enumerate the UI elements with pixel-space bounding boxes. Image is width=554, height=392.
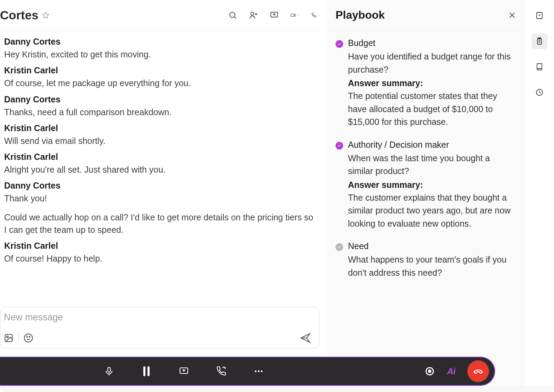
playbook-item-question: Have you identified a budget range for t… [348,50,514,76]
message-body: Thanks, need a full comparison breakdown… [4,106,313,118]
playbook-header: Playbook [327,0,525,30]
composer-placeholder: New message [4,312,311,323]
message-body: Will send via email shortly. [4,135,313,147]
hold-pause-icon[interactable] [141,366,152,376]
check-done-icon [336,142,343,149]
message: Danny Cortes Thanks, need a full compari… [4,94,313,118]
app-card: Cortes Dann [0,0,554,392]
transfer-call-icon[interactable] [216,366,226,376]
rail-book-icon[interactable] [531,59,547,75]
svg-line-2 [234,17,236,18]
ai-assist-icon[interactable]: Ai [446,366,456,376]
call-bar: Ai [0,357,495,386]
message-composer[interactable]: New message [0,307,319,348]
share-screen-icon[interactable] [179,366,189,376]
playbook-item-question: What happens to your team's goals if you… [348,253,514,279]
message-sender: Kristin Carlel [4,152,313,162]
message-sender: Danny Cortes [4,94,313,104]
playbook-answer-label: Answer summary: [348,180,514,190]
message-sender: Kristin Carlel [4,123,313,133]
close-icon[interactable] [508,11,516,19]
svg-point-3 [251,12,254,15]
rail-clipboard-icon[interactable] [531,33,547,49]
message: Kristin Carlel Of course, let me package… [4,65,313,89]
svg-point-12 [29,336,30,337]
divider [18,333,19,343]
svg-point-29 [261,371,262,372]
conversation-title: Cortes [0,8,38,22]
conversation-column: Cortes Dann [0,0,327,392]
message-sender: Danny Cortes [4,181,313,191]
playbook-item-question: When was the last time you bought a simi… [348,152,514,178]
check-pending-icon [336,243,343,251]
message-body: Could we actually hop on a call? I'd lik… [4,211,313,236]
playbook-item-heading: Authority / Decision maker [348,140,514,150]
message: Danny Cortes Hey Kristin, excited to get… [4,37,313,61]
svg-point-1 [230,12,235,17]
chevron-down-icon [297,13,300,17]
svg-point-10 [24,334,32,342]
message: Kristin Carlel Alright you're all set. J… [4,152,313,176]
playbook-item: Need What happens to your team's goals i… [336,241,514,281]
send-button[interactable] [300,332,311,344]
more-options-icon[interactable] [253,366,264,376]
svg-rect-7 [291,14,294,17]
message-sender: Kristin Carlel [4,241,313,251]
conversation-header: Cortes [0,0,327,30]
add-person-icon[interactable] [249,11,258,20]
playbook-answer-summary: The potential customer states that they … [348,90,514,129]
svg-point-11 [27,336,27,337]
audio-call-button[interactable] [311,11,320,20]
message-list: Danny Cortes Hey Kristin, excited to get… [0,30,327,265]
attach-image-icon[interactable] [4,333,14,343]
svg-point-28 [258,371,260,372]
screenshare-icon[interactable] [270,11,279,20]
message-body: Hey Kristin, excited to get this moving. [4,48,313,61]
message-sender: Danny Cortes [4,37,313,47]
playbook-item-heading: Budget [348,38,514,48]
rail-sparkle-icon[interactable] [531,8,547,24]
message: Danny Cortes Thank you! Could we actuall… [4,181,313,236]
emoji-icon[interactable] [24,333,33,343]
end-call-button[interactable] [467,361,489,382]
playbook-panel: Playbook Budget Have you identified a bu… [327,0,525,392]
rail-history-icon[interactable] [531,84,547,100]
message-body: Of course! Happy to help. [4,252,313,265]
svg-point-9 [7,336,8,338]
message: Kristin Carlel Will send via email short… [4,123,313,147]
chevron-down-icon [318,13,320,17]
svg-marker-0 [43,12,49,18]
message-sender: Kristin Carlel [4,65,313,75]
search-icon[interactable] [228,11,237,20]
message: Kristin Carlel Of course! Happy to help. [4,241,313,265]
playbook-item-heading: Need [348,241,514,251]
svg-point-27 [255,371,257,372]
bottom-shade [0,386,554,392]
playbook-body: Budget Have you identified a budget rang… [327,30,525,281]
check-done-icon [336,40,343,48]
header-actions [228,11,320,20]
message-body: Of course, let me package up everything … [4,77,313,89]
svg-rect-21 [537,64,542,70]
playbook-answer-label: Answer summary: [348,78,514,88]
playbook-title: Playbook [336,9,385,21]
playbook-answer-summary: The customer explains that they bought a… [348,191,514,230]
record-icon[interactable] [425,366,435,376]
playbook-item: Authority / Decision maker When was the … [336,140,514,230]
video-call-button[interactable] [291,11,300,20]
playbook-item: Budget Have you identified a budget rang… [336,38,514,129]
mute-mic-icon[interactable] [104,366,114,376]
svg-rect-24 [108,367,110,372]
favorite-star-icon[interactable] [42,11,50,19]
message-body: Thank you! [4,192,313,204]
right-rail [525,0,554,392]
message-body: Alright you're all set. Just shared with… [4,163,313,176]
